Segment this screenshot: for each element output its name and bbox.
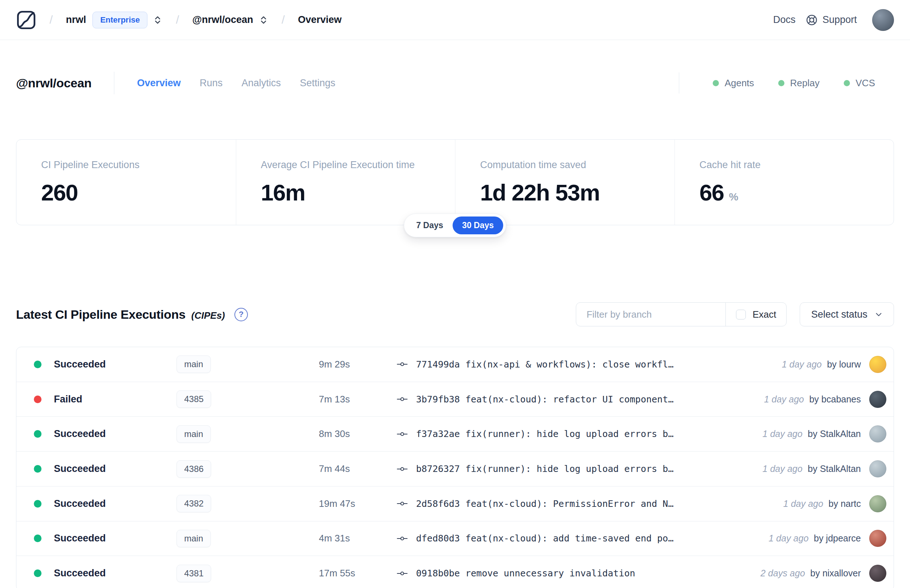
date-range-toggle: 7 Days 30 Days [404,213,506,237]
stats-section: CI Pipeline Executions 260 Average CI Pi… [16,139,894,225]
stat-value: 260 [41,179,78,205]
branch-badge[interactable]: 4381 [176,565,211,582]
breadcrumb-org[interactable]: nrwl [66,14,86,26]
duration-label: 4m 31s [319,533,395,544]
author-label: by lourw [827,359,861,369]
indicator-replay[interactable]: Replay [778,78,820,89]
commit-hash: f37a32ae [416,429,460,439]
commit-hash: 771499da [416,359,460,370]
git-commit-icon [395,534,409,543]
status-label: Succeeded [54,533,106,544]
cipe-title: Latest CI Pipeline Executions [16,307,186,321]
tab-overview[interactable]: Overview [137,78,181,89]
top-navbar: / nrwl Enterprise / @nrwl/ocean / Overvi… [0,0,910,40]
stat-unit: % [729,191,739,203]
status-label: Succeeded [54,428,106,439]
git-commit-icon [395,360,409,369]
author-avatar[interactable] [869,565,886,582]
duration-label: 9m 29s [319,359,395,370]
commit-hash: dfed80d3 [416,533,460,544]
duration-label: 7m 44s [319,463,395,475]
user-avatar[interactable] [872,9,894,31]
author-avatar[interactable] [869,495,886,512]
author-avatar[interactable] [869,460,886,477]
git-commit-icon [395,569,409,578]
commit-message[interactable]: 2d58f6d3 feat(nx-cloud): PermissionError… [416,499,673,509]
commit-hash: b8726327 [416,464,460,474]
branch-badge[interactable]: main [176,355,211,373]
help-icon[interactable]: ? [234,308,248,321]
exact-label: Exact [752,309,776,320]
author-avatar[interactable] [869,530,886,547]
stat-card-cache-hit-rate: Cache hit rate 66 % [674,140,894,225]
app-logo-icon[interactable] [16,10,36,30]
support-link[interactable]: Support [805,14,857,26]
workspace-switcher-icon[interactable] [259,15,268,25]
stat-value: 1d 22h 53m [480,179,600,205]
commit-message[interactable]: 3b79fb38 feat(nx-cloud): refactor UI com… [416,394,673,405]
branch-badge[interactable]: main [176,425,211,443]
range-30-days-button[interactable]: 30 Days [453,216,503,234]
status-dot-icon [713,80,719,86]
commit-message[interactable]: 0918b0be remove unnecessary invalidation [416,568,635,578]
table-row[interactable]: Succeeded 4381 17m 55s 0918b0be remove u… [16,556,894,588]
time-ago-label: 2 days ago [760,568,805,578]
table-row[interactable]: Succeeded main 9m 29s 771499da fix(nx-ap… [16,347,894,382]
branch-badge[interactable]: 4382 [176,495,211,512]
tab-runs[interactable]: Runs [200,78,223,89]
commit-message[interactable]: f37a32ae fix(runner): hide log upload er… [416,429,673,439]
status-dot-icon [34,535,42,542]
commit-hash: 0918b0be [416,568,460,578]
status-select-dropdown[interactable]: Select status [800,302,894,326]
table-row[interactable]: Succeeded main 4m 31s dfed80d3 feat(nx-c… [16,521,894,556]
branch-badge[interactable]: main [176,530,211,547]
cipe-section-header: Latest CI Pipeline Executions (CIPEs) ? … [16,302,894,326]
breadcrumb-separator: / [50,13,53,27]
commit-hash: 3b79fb38 [416,394,460,405]
chevron-down-icon [875,310,883,318]
cipe-subtitle: (CIPEs) [191,310,225,321]
commit-message[interactable]: dfed80d3 feat(nx-cloud): add time-saved … [416,533,673,544]
commit-hash: 2d58f6d3 [416,499,460,509]
stat-card-time-saved: Computation time saved 1d 22h 53m [455,140,674,225]
status-dot-icon [778,80,784,86]
org-switcher-icon[interactable] [152,15,163,25]
workspace-tabs: Overview Runs Analytics Settings [137,78,335,89]
table-row[interactable]: Succeeded 4382 19m 47s 2d58f6d3 feat(nx-… [16,486,894,521]
stat-value: 16m [261,179,305,205]
branch-badge[interactable]: 4386 [176,460,211,478]
range-7-days-button[interactable]: 7 Days [407,216,453,234]
time-ago-label: 1 day ago [763,464,803,474]
status-dot-icon [34,430,42,438]
commit-message[interactable]: b8726327 fix(runner): hide log upload er… [416,464,673,474]
stat-value: 66 [700,179,724,205]
exact-checkbox[interactable] [736,310,746,320]
commit-message[interactable]: 771499da fix(nx-api & workflows): close … [416,359,673,370]
indicator-agents[interactable]: Agents [713,78,754,89]
lifebuoy-icon [805,14,818,26]
table-row[interactable]: Succeeded 4386 7m 44s b8726327 fix(runne… [16,451,894,486]
status-dot-icon [34,396,42,403]
status-dot-icon [34,465,42,473]
stat-card-avg-time: Average CI Pipeline Execution time 16m [236,140,455,225]
docs-link[interactable]: Docs [773,14,796,26]
author-avatar[interactable] [869,391,886,408]
author-avatar[interactable] [869,425,886,443]
indicator-vcs[interactable]: VCS [844,78,875,89]
tab-settings[interactable]: Settings [300,78,336,89]
git-commit-icon [395,499,409,508]
author-avatar[interactable] [869,356,886,373]
time-ago-label: 1 day ago [782,359,822,369]
branch-badge[interactable]: 4385 [176,391,211,408]
table-row[interactable]: Succeeded main 8m 30s f37a32ae fix(runne… [16,416,894,451]
status-label: Succeeded [54,359,106,370]
table-row[interactable]: Failed 4385 7m 13s 3b79fb38 feat(nx-clou… [16,382,894,417]
status-dot-icon [844,80,850,86]
workspace-header: @nrwl/ocean Overview Runs Analytics Sett… [0,40,910,98]
git-commit-icon [395,394,409,404]
tab-analytics[interactable]: Analytics [242,78,281,89]
cipe-table: Succeeded main 9m 29s 771499da fix(nx-ap… [16,347,894,588]
branch-filter-input[interactable] [576,303,726,326]
workspace-title: @nrwl/ocean [16,76,91,90]
breadcrumb-workspace[interactable]: @nrwl/ocean [192,14,253,26]
